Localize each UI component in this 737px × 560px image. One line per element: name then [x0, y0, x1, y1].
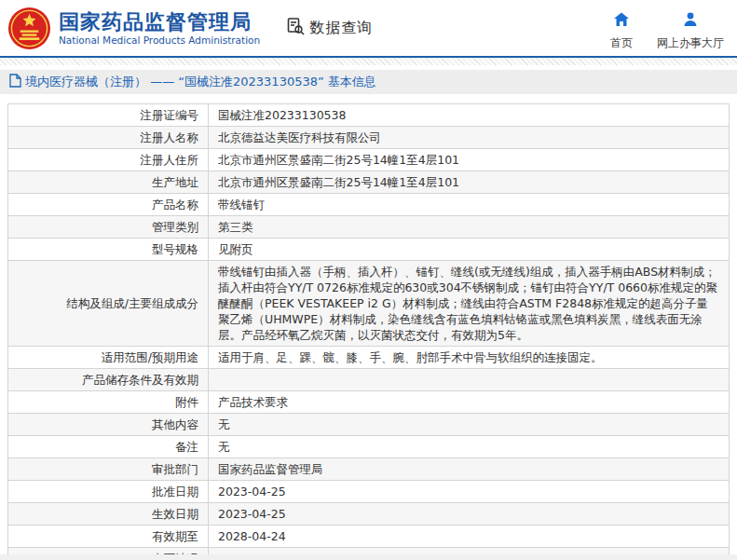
table-row: 生产地址北京市通州区景盛南二街25号14幢1至4层101 — [8, 171, 730, 194]
site-subtitle: National Medical Products Administration — [59, 34, 260, 47]
site-title-block: 国家药品监督管理局 National Medical Products Admi… — [59, 10, 260, 47]
table-row: 审批部门国家药品监督管理局 — [8, 458, 730, 481]
row-label: 产品储存条件及有效期 — [8, 369, 209, 391]
breadcrumb-text: 境内医疗器械（注册） —— “国械注准20233130538” 基本信息 — [25, 74, 376, 90]
row-label: 附件 — [8, 391, 209, 414]
row-value: 第三类 — [209, 216, 730, 239]
row-value: 北京市通州区景盛南二街25号14幢1至4层101 — [209, 171, 730, 194]
row-label: 生效日期 — [8, 503, 209, 526]
row-value: 国械注准20233130538 — [209, 104, 730, 127]
person-icon — [682, 11, 699, 32]
table-row: 附件产品技术要求 — [8, 391, 730, 414]
row-value: 带线锚钉由插入器（手柄、插入杆）、锚钉、缝线(或无缝线)组成，插入器手柄由ABS… — [209, 261, 730, 347]
row-label: 有效期至 — [8, 526, 209, 548]
table-row: 适用范围/预期用途适用于肩、足、踝、髋、膝、手、腕、肘部手术中骨与软组织的连接固… — [8, 347, 730, 369]
table-row: 产品储存条件及有效期 — [8, 369, 730, 391]
home-icon — [613, 11, 630, 32]
row-value: 2028-04-24 — [209, 526, 730, 548]
table-row: 产品名称带线锚钉 — [8, 194, 730, 216]
row-label: 适用范围/预期用途 — [8, 347, 209, 369]
registration-info-table: 注册证编号国械注准20233130538注册人名称北京德益达美医疗科技有限公司注… — [7, 103, 730, 560]
row-label: 批准日期 — [8, 481, 209, 503]
row-value: 无 — [209, 436, 730, 458]
row-label: 管理类别 — [8, 216, 209, 239]
table-row: 有效期至2028-04-24 — [8, 526, 730, 548]
row-value: 2023-04-25 — [209, 481, 730, 503]
table-row: 备注无 — [8, 436, 730, 458]
row-label: 生产地址 — [8, 171, 209, 194]
table-row: 批准日期2023-04-25 — [8, 481, 730, 503]
nav-item-home[interactable]: 首页 — [610, 11, 633, 51]
row-value: 国家药品监督管理局 — [209, 458, 730, 481]
site-header: 国家药品监督管理局 National Medical Products Admi… — [0, 0, 737, 56]
nav-label-home: 首页 — [610, 35, 633, 51]
table-row: 生效日期2023-04-25 — [8, 503, 730, 526]
row-label: 型号规格 — [8, 239, 209, 261]
row-value: 适用于肩、足、踝、髋、膝、手、腕、肘部手术中骨与软组织的连接固定。 — [209, 347, 730, 369]
row-label: 结构及组成/主要组成成分 — [8, 261, 209, 347]
row-value: 无 — [209, 414, 730, 436]
row-label: 产品名称 — [8, 194, 209, 216]
row-value: 带线锚钉 — [209, 194, 730, 216]
row-label: 注册证编号 — [8, 104, 209, 127]
document-search-icon — [286, 17, 305, 39]
table-row: 注册人住所北京市通州区景盛南二街25号14幢1至4层101 — [8, 149, 730, 171]
footer-strip — [0, 554, 737, 560]
row-value: 2023-04-25 — [209, 503, 730, 526]
table-row: 注册人名称北京德益达美医疗科技有限公司 — [8, 127, 730, 149]
row-label: 审批部门 — [8, 458, 209, 481]
row-value: 产品技术要求 — [209, 391, 730, 414]
nav-item-service-hall[interactable]: 网上办事大厅 — [657, 11, 724, 51]
row-value: 见附页 — [209, 239, 730, 261]
info-table-body: 注册证编号国械注准20233130538注册人名称北京德益达美医疗科技有限公司注… — [8, 104, 730, 560]
row-value: 北京德益达美医疗科技有限公司 — [209, 127, 730, 149]
national-emblem-logo — [7, 7, 51, 50]
row-value: 北京市通州区景盛南二街25号14幢1至4层101 — [209, 149, 730, 171]
table-row: 其他内容无 — [8, 414, 730, 436]
page-icon — [9, 74, 21, 91]
table-row: 管理类别第三类 — [8, 216, 730, 239]
row-label: 注册人名称 — [8, 127, 209, 149]
row-label: 备注 — [8, 436, 209, 458]
header-nav: 首页 网上办事大厅 — [610, 6, 724, 51]
table-row: 型号规格见附页 — [8, 239, 730, 261]
data-query-label: 数据查询 — [309, 19, 373, 38]
breadcrumb: 境内医疗器械（注册） —— “国械注准20233130538” 基本信息 — [0, 70, 737, 94]
row-label: 其他内容 — [8, 414, 209, 436]
hatch-divider — [0, 58, 737, 65]
data-query-button[interactable]: 数据查询 — [286, 17, 373, 39]
table-row: 结构及组成/主要组成成分带线锚钉由插入器（手柄、插入杆）、锚钉、缝线(或无缝线)… — [8, 261, 730, 347]
nav-label-service-hall: 网上办事大厅 — [657, 35, 724, 51]
site-title: 国家药品监督管理局 — [59, 10, 260, 34]
row-value — [209, 369, 730, 391]
table-row: 注册证编号国械注准20233130538 — [8, 104, 730, 127]
row-label: 注册人住所 — [8, 149, 209, 171]
